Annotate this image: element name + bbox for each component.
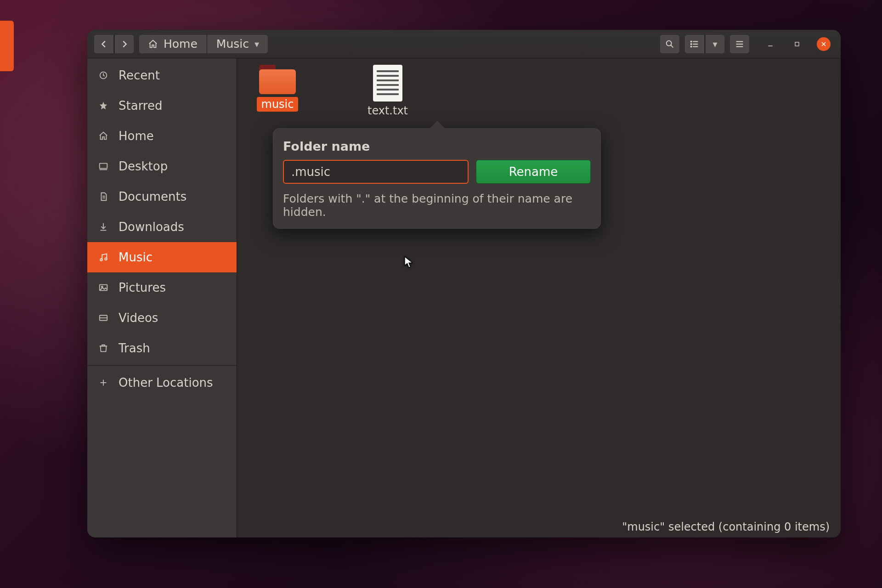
path-home[interactable]: Home [139, 34, 207, 54]
sidebar-item-music[interactable]: Music [87, 242, 237, 272]
svg-point-23 [105, 258, 107, 260]
forward-button[interactable] [114, 34, 134, 54]
sidebar-item-other-locations[interactable]: Other Locations [87, 368, 237, 398]
sidebar-item-label: Videos [119, 311, 158, 325]
close-button[interactable] [817, 37, 831, 51]
picture-icon [98, 283, 110, 293]
sidebar-item-label: Documents [119, 190, 187, 204]
sidebar-item-documents[interactable]: Documents [87, 181, 237, 212]
sidebar-separator [87, 365, 237, 366]
plus-icon [98, 378, 110, 388]
path-home-label: Home [164, 37, 198, 51]
svg-marker-16 [100, 102, 107, 110]
svg-point-0 [667, 40, 672, 45]
file-label: text.txt [368, 104, 408, 117]
nautilus-window: Home Music ▾ ▾ [87, 30, 841, 537]
sidebar: RecentStarredHomeDesktopDocumentsDownloa… [87, 58, 237, 537]
list-view-button[interactable] [684, 34, 705, 54]
hamburger-icon [735, 39, 745, 49]
sidebar-item-label: Trash [119, 341, 150, 355]
rename-hint: Folders with "." at the beginning of the… [283, 192, 591, 219]
rename-button[interactable]: Rename [476, 160, 591, 184]
chevron-down-icon: ▾ [712, 39, 717, 50]
desktop-icon [98, 161, 110, 171]
view-options-button[interactable]: ▾ [705, 34, 725, 54]
headerbar: Home Music ▾ ▾ [87, 30, 841, 58]
trash-icon [98, 343, 110, 353]
rename-popover: Folder name Rename Folders with "." at t… [273, 128, 601, 229]
sidebar-item-label: Other Locations [119, 376, 213, 390]
sidebar-item-label: Pictures [119, 281, 166, 294]
chevron-right-icon [119, 39, 130, 49]
sidebar-item-label: Desktop [119, 159, 168, 173]
sidebar-item-label: Music [119, 250, 153, 264]
sidebar-item-downloads[interactable]: Downloads [87, 212, 237, 242]
svg-line-1 [671, 45, 673, 47]
home-icon [98, 131, 110, 141]
video-icon [98, 313, 110, 323]
chevron-down-icon: ▾ [254, 39, 259, 50]
path-current-label: Music [216, 37, 249, 51]
sidebar-item-videos[interactable]: Videos [87, 303, 237, 333]
svg-point-6 [691, 43, 692, 44]
status-bar: "music" selected (containing 0 items) [237, 516, 841, 537]
download-icon [98, 222, 110, 232]
chevron-left-icon [99, 39, 109, 49]
hamburger-menu-button[interactable] [729, 34, 750, 54]
sidebar-item-home[interactable]: Home [87, 121, 237, 151]
sidebar-item-label: Home [119, 129, 154, 143]
sidebar-item-label: Downloads [119, 220, 184, 234]
music-icon [98, 252, 110, 262]
list-icon [690, 39, 700, 49]
doc-icon [98, 192, 110, 202]
path-current[interactable]: Music ▾ [207, 34, 268, 54]
svg-point-5 [691, 41, 692, 42]
file-item-text[interactable]: text.txt [356, 65, 420, 117]
window-controls [763, 37, 831, 51]
home-icon [148, 39, 158, 49]
sidebar-item-trash[interactable]: Trash [87, 333, 237, 363]
sidebar-item-pictures[interactable]: Pictures [87, 272, 237, 303]
sidebar-item-label: Starred [119, 99, 162, 113]
rename-title: Folder name [283, 139, 591, 153]
clock-icon [98, 70, 110, 80]
search-icon [665, 39, 675, 49]
sidebar-item-recent[interactable]: Recent [87, 60, 237, 90]
maximize-button[interactable] [790, 37, 804, 51]
search-button[interactable] [660, 34, 680, 54]
svg-rect-17 [100, 164, 107, 169]
sidebar-item-label: Recent [119, 68, 160, 82]
svg-point-7 [691, 46, 692, 47]
sidebar-item-starred[interactable]: Starred [87, 90, 237, 121]
launcher-hint [0, 21, 14, 71]
file-item-music[interactable]: music [245, 65, 310, 112]
textfile-icon [373, 65, 402, 102]
star-icon [98, 101, 110, 111]
main-content: music text.txt "music" selected (contain… [237, 58, 841, 537]
svg-rect-12 [795, 42, 799, 46]
file-label: music [257, 97, 299, 112]
status-text: "music" selected (containing 0 items) [622, 520, 830, 533]
icon-grid[interactable]: music text.txt [237, 58, 841, 516]
folder-icon [259, 65, 296, 94]
rename-input[interactable] [283, 160, 469, 184]
svg-point-22 [100, 259, 102, 261]
back-button[interactable] [94, 34, 114, 54]
sidebar-item-desktop[interactable]: Desktop [87, 151, 237, 181]
minimize-button[interactable] [763, 37, 777, 51]
path-bar: Home Music ▾ [139, 34, 268, 54]
